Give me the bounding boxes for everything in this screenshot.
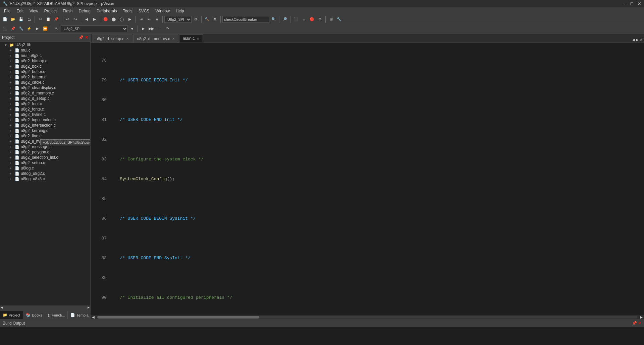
tb-circle2[interactable]: 🔴 xyxy=(308,16,316,23)
tree-item-box[interactable]: + 📄 u8g2_box.c xyxy=(0,64,90,69)
tb-zoom[interactable]: 🔎 xyxy=(281,16,288,23)
sidebar-tab-project[interactable]: 📁 Project xyxy=(0,311,23,319)
tree-item-u8log[interactable]: + 📄 u8log.c xyxy=(0,165,90,171)
tb-bkpt3[interactable]: ◯ xyxy=(118,16,125,23)
menu-view[interactable]: View xyxy=(27,8,41,14)
tree-item-button[interactable]: + 📄 u8g2_button.c xyxy=(0,74,90,80)
menu-project[interactable]: Project xyxy=(42,8,59,14)
tb-bkpt4[interactable]: ▶ xyxy=(126,16,133,23)
tab-u8g2-d-memory[interactable]: u8g2_d_memory.c ✕ xyxy=(133,34,178,43)
tree-item-line[interactable]: + 📄 u8g2_line.c F:\U8g2\U8g2_SPI\U8g2\cs… xyxy=(0,133,90,139)
tb-search[interactable]: 🔍 xyxy=(270,16,277,23)
tb-open[interactable]: 📂 xyxy=(9,16,17,23)
tb-undo[interactable]: ↩ xyxy=(64,16,71,23)
tree-item-kerning[interactable]: + 📄 u8g2_kerning.c xyxy=(0,128,90,133)
tab-close-d-setup[interactable]: ✕ xyxy=(126,37,129,41)
tree-item-bitmap[interactable]: + 📄 u8g2_bitmap.c xyxy=(0,58,90,64)
tb2-btn2[interactable]: 📌 xyxy=(9,25,17,32)
tree-item-setup[interactable]: + 📄 u8g2_setup.c xyxy=(0,160,90,165)
tree-item-intersection[interactable]: + 📄 u8g2_intersection.c xyxy=(0,123,90,128)
tb2-step2[interactable]: ↷ xyxy=(164,25,171,32)
tb-bkpt2[interactable]: ⬤ xyxy=(110,16,117,23)
menu-tools[interactable]: Tools xyxy=(120,8,135,14)
menu-flash[interactable]: Flash xyxy=(60,8,75,14)
tb2-btn4[interactable]: ⚡ xyxy=(25,25,33,32)
tab-main[interactable]: main.c ✕ xyxy=(179,34,203,43)
tree-item-d-setup[interactable]: + 📄 u8g2_d_setup.c xyxy=(0,96,90,101)
tree-item-input-value[interactable]: + 📄 u8g2_input_value.c xyxy=(0,117,90,123)
tb-save-all[interactable]: 🗂 xyxy=(25,16,33,23)
tb-unindent[interactable]: ⇤ xyxy=(145,16,153,23)
editor-scrollbar[interactable]: ◀ ▶ xyxy=(91,315,644,319)
tb-new-file[interactable]: 📄 xyxy=(1,16,9,23)
tb2-btn6[interactable]: ⏩ xyxy=(42,25,49,32)
tree-item-font[interactable]: + 📄 u8g2_font.c xyxy=(0,101,90,107)
tb-layout[interactable]: ⊞ xyxy=(327,16,335,23)
tree-item-polygon[interactable]: + 📄 u8g2_polygon.c xyxy=(0,149,90,155)
scroll-left-icon[interactable]: ◀ xyxy=(91,315,96,319)
tb-settings[interactable]: ⚙ xyxy=(316,16,324,23)
tb-bkpt[interactable]: 🔴 xyxy=(102,16,109,23)
tab-close-all-icon[interactable]: ✕ xyxy=(640,37,643,43)
build-output-close[interactable]: ✕ xyxy=(638,321,641,326)
menu-peripherals[interactable]: Peripherals xyxy=(94,8,120,14)
tb-stop[interactable]: ⬛ xyxy=(292,16,300,23)
tb2-run2[interactable]: ▶▶ xyxy=(148,25,155,32)
tree-item-fonts[interactable]: + 📄 u8g2_fonts.c xyxy=(0,107,90,112)
build-output-pin[interactable]: 📌 xyxy=(632,321,637,326)
title-bar-controls[interactable]: ─ □ ✕ xyxy=(623,1,641,6)
maximize-button[interactable]: □ xyxy=(631,1,633,6)
tb-nav-fwd[interactable]: ▶ xyxy=(91,16,98,23)
target-select[interactable]: U8g2_SPI xyxy=(164,16,192,23)
sidebar-close-icon[interactable]: ✕ xyxy=(85,35,88,40)
close-button[interactable]: ✕ xyxy=(637,1,641,6)
tree-item-u8log-u8x8[interactable]: + 📄 u8log_u8x8.c xyxy=(0,176,90,182)
scroll-right-icon[interactable]: ▶ xyxy=(639,315,644,319)
tree-item-cleardisplay[interactable]: + 📄 u8g2_cleardisplay.c xyxy=(0,85,90,90)
tb2-step[interactable]: → xyxy=(156,25,163,32)
menu-window[interactable]: Window xyxy=(153,8,172,14)
tb-build[interactable]: 🔨 xyxy=(203,16,211,23)
tb-rebuild[interactable]: ♻ xyxy=(211,16,219,23)
tb-target-options[interactable]: ⚙ xyxy=(192,16,200,23)
tab-scroll-right-icon[interactable]: ▶ xyxy=(636,37,639,43)
tb2-btn1[interactable]: ⬛ xyxy=(1,25,9,32)
menu-help[interactable]: Help xyxy=(173,8,187,14)
tb2-arrow[interactable]: ▼ xyxy=(128,25,136,32)
tree-item-buffer[interactable]: + 📄 u8g2_buffer.c xyxy=(0,69,90,74)
sidebar-scroll-left[interactable]: ◀ xyxy=(1,305,3,311)
tb-wrench[interactable]: 🔧 xyxy=(335,16,343,23)
sidebar-tab-functions[interactable]: {} Functi... xyxy=(45,311,68,319)
search-input[interactable] xyxy=(222,16,269,23)
horizontal-scrollbar-track[interactable] xyxy=(97,316,637,319)
tree-root-folder[interactable]: ▼ 📁 U8g2_lib xyxy=(0,42,90,48)
tb-paste[interactable]: 📌 xyxy=(53,16,60,23)
menu-edit[interactable]: Edit xyxy=(14,8,26,14)
sidebar-tree[interactable]: ▼ 📁 U8g2_lib + 📄 mui.c + 📄 mui_u8g2.c + … xyxy=(0,42,90,305)
tb2-run[interactable]: ▶ xyxy=(140,25,147,32)
tab-scroll-left-icon[interactable]: ◀ xyxy=(632,37,635,43)
tab-close-d-memory[interactable]: ✕ xyxy=(172,37,175,41)
tb-indent[interactable]: ⇥ xyxy=(137,16,145,23)
sidebar-tab-books[interactable]: 📚 Books xyxy=(23,311,45,319)
menu-svcs[interactable]: SVCS xyxy=(136,8,152,14)
tab-u8g2-d-setup[interactable]: u8g2_d_setup.c ✕ xyxy=(92,34,132,43)
tree-item-mui[interactable]: + 📄 mui.c xyxy=(0,48,90,53)
tb-comment[interactable]: // xyxy=(153,16,161,23)
sidebar-tab-templates[interactable]: 📄 Templa... xyxy=(68,311,91,319)
tb2-btn3[interactable]: 🔧 xyxy=(17,25,25,32)
code-content[interactable]: 78 79 /* USER CODE BEGIN Init */ 80 81 /… xyxy=(91,43,644,315)
tree-item-u8log-u8g2[interactable]: + 📄 u8log_u8g2.c xyxy=(0,171,90,176)
tb-nav-back[interactable]: ◀ xyxy=(83,16,90,23)
tree-item-circle[interactable]: + 📄 u8g2_circle.c xyxy=(0,80,90,85)
tree-item-selection-list[interactable]: + 📄 u8g2_selection_list.c xyxy=(0,155,90,160)
horizontal-scrollbar-thumb[interactable] xyxy=(97,316,259,319)
sidebar-scroll-right[interactable]: ▶ xyxy=(88,305,90,311)
sidebar-pin-icon[interactable]: 📌 xyxy=(78,35,84,40)
tb2-cursor[interactable]: ↖ xyxy=(53,25,60,32)
tree-item-d-memory[interactable]: + 📄 u8g2_d_memory.c xyxy=(0,90,90,96)
menu-debug[interactable]: Debug xyxy=(76,8,93,14)
menu-file[interactable]: File xyxy=(1,8,13,14)
tb-cut[interactable]: ✂ xyxy=(37,16,44,23)
tree-item-mui-u8g2[interactable]: + 📄 mui_u8g2.c xyxy=(0,53,90,58)
